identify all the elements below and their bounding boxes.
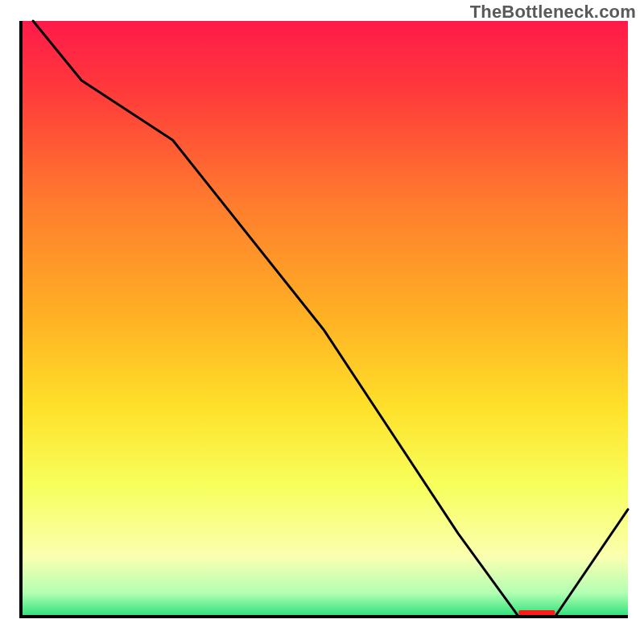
plot-background (21, 21, 628, 617)
watermark-text: TheBottleneck.com (470, 2, 636, 23)
chart-root: TheBottleneck.com (0, 0, 644, 644)
minimum-band (518, 610, 555, 615)
chart-svg (0, 0, 644, 644)
